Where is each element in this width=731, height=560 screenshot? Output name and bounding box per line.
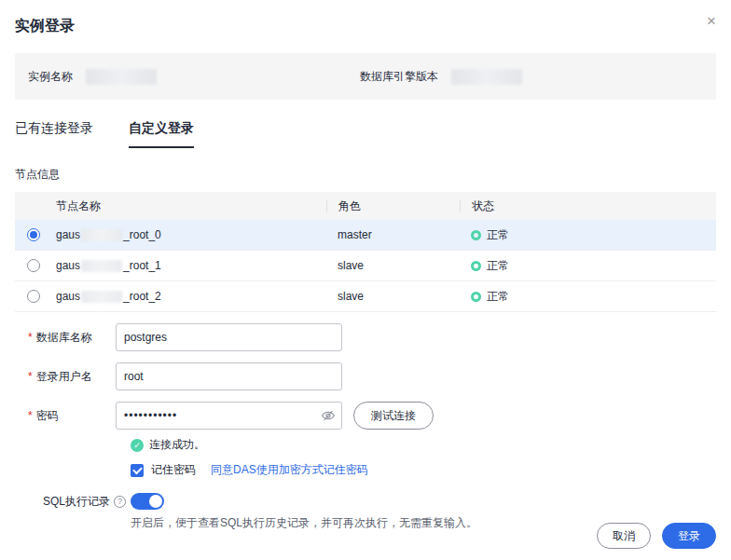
instance-name-label: 实例名称 — [28, 69, 73, 85]
table-row-node-0[interactable]: gaus _root_0 master 正常 — [15, 220, 716, 251]
status-normal-icon — [471, 230, 481, 240]
dialog-footer: 取消 登录 — [597, 523, 716, 549]
password-label-wrap: * 密码 — [28, 408, 116, 424]
status-text: 正常 — [487, 289, 509, 305]
column-header-node-name: 节点名称 — [52, 198, 326, 214]
instance-info-bar: 实例名称 数据库引擎版本 — [15, 53, 716, 100]
username-row: * 登录用户名 — [28, 362, 716, 390]
username-input[interactable] — [116, 362, 342, 390]
node-table-header: 节点名称 角色 状态 — [15, 192, 716, 220]
dialog-header: 实例登录 × — [15, 0, 716, 36]
help-icon[interactable] — [114, 496, 126, 508]
engine-version-item: 数据库引擎版本 — [360, 69, 522, 85]
node-name-redacted — [81, 291, 122, 303]
engine-version-label: 数据库引擎版本 — [360, 69, 438, 85]
page-title: 实例登录 — [15, 17, 75, 36]
connection-success-text: 连接成功。 — [149, 437, 205, 453]
node-radio[interactable] — [27, 290, 40, 303]
remember-password-checkbox[interactable] — [131, 464, 144, 477]
node-radio[interactable] — [27, 259, 40, 272]
required-marker: * — [28, 409, 33, 422]
node-name-redacted — [81, 260, 122, 272]
password-row: * 密码 测试连接 — [28, 402, 716, 430]
node-status-cell: 正常 — [460, 289, 716, 305]
node-name-suffix: _root_0 — [123, 228, 161, 241]
instance-name-item: 实例名称 — [28, 69, 360, 85]
cancel-button[interactable]: 取消 — [597, 523, 651, 549]
radio-cell — [15, 290, 52, 303]
radio-cell — [15, 228, 52, 241]
status-text: 正常 — [487, 227, 509, 243]
node-name-prefix: gaus — [56, 290, 80, 303]
tab-custom-login[interactable]: 自定义登录 — [129, 120, 194, 148]
close-icon[interactable]: × — [707, 13, 716, 29]
node-name-suffix: _root_2 — [123, 290, 161, 303]
db-name-label: 数据库名称 — [36, 330, 92, 346]
node-name-prefix: gaus — [56, 228, 80, 241]
engine-version-value-redacted — [451, 69, 522, 85]
node-radio-selected[interactable] — [27, 228, 40, 241]
sql-record-row: SQL执行记录 — [43, 493, 716, 510]
status-normal-icon — [471, 261, 481, 271]
success-check-icon — [131, 439, 144, 452]
column-header-role: 角色 — [326, 199, 460, 212]
test-connection-button[interactable]: 测试连接 — [353, 402, 434, 430]
table-row-node-1[interactable]: gaus _root_1 slave 正常 — [15, 251, 716, 281]
password-input-wrap — [116, 402, 342, 430]
password-input[interactable] — [116, 402, 342, 430]
node-info-title: 节点信息 — [15, 167, 716, 183]
required-marker: * — [28, 331, 33, 344]
node-role-cell: slave — [326, 259, 460, 272]
node-name-prefix: gaus — [56, 259, 80, 272]
username-label-wrap: * 登录用户名 — [28, 369, 116, 385]
sql-record-label: SQL执行记录 — [43, 494, 110, 510]
node-role-cell: master — [326, 228, 460, 241]
node-status-cell: 正常 — [460, 258, 716, 274]
node-name-cell: gaus _root_0 — [52, 228, 326, 241]
required-marker: * — [28, 370, 33, 383]
login-tabs: 已有连接登录 自定义登录 — [15, 120, 716, 148]
node-name-suffix: _root_1 — [123, 259, 161, 272]
db-name-label-wrap: * 数据库名称 — [28, 330, 116, 346]
radio-cell — [15, 259, 52, 272]
remember-password-row: 记住密码 同意DAS使用加密方式记住密码 — [131, 462, 716, 478]
table-row-node-2[interactable]: gaus _root_2 slave 正常 — [15, 281, 716, 312]
status-text: 正常 — [487, 258, 509, 274]
sql-record-label-wrap: SQL执行记录 — [43, 494, 131, 510]
encryption-agreement-link[interactable]: 同意DAS使用加密方式记住密码 — [211, 462, 368, 478]
column-header-status: 状态 — [460, 199, 716, 212]
tab-existing-connection-login[interactable]: 已有连接登录 — [15, 120, 93, 148]
instance-login-dialog: 实例登录 × 实例名称 数据库引擎版本 已有连接登录 自定义登录 节点信息 节点… — [0, 0, 731, 560]
node-name-cell: gaus _root_1 — [52, 259, 326, 272]
connection-success-row: 连接成功。 — [131, 437, 716, 453]
db-name-input[interactable] — [116, 323, 342, 351]
login-button[interactable]: 登录 — [662, 523, 716, 549]
node-table: 节点名称 角色 状态 gaus _root_0 master 正常 — [15, 192, 716, 312]
node-status-cell: 正常 — [460, 227, 716, 243]
remember-password-label: 记住密码 — [151, 462, 196, 478]
eye-off-icon[interactable] — [321, 408, 336, 426]
node-role-cell: slave — [326, 290, 460, 303]
db-name-row: * 数据库名称 — [28, 323, 716, 351]
node-name-cell: gaus _root_2 — [52, 290, 326, 303]
username-label: 登录用户名 — [36, 369, 92, 385]
status-normal-icon — [471, 292, 481, 302]
instance-name-value-redacted — [86, 69, 157, 85]
password-label: 密码 — [36, 408, 59, 424]
sql-record-toggle[interactable] — [131, 493, 164, 510]
node-name-redacted — [81, 229, 122, 241]
